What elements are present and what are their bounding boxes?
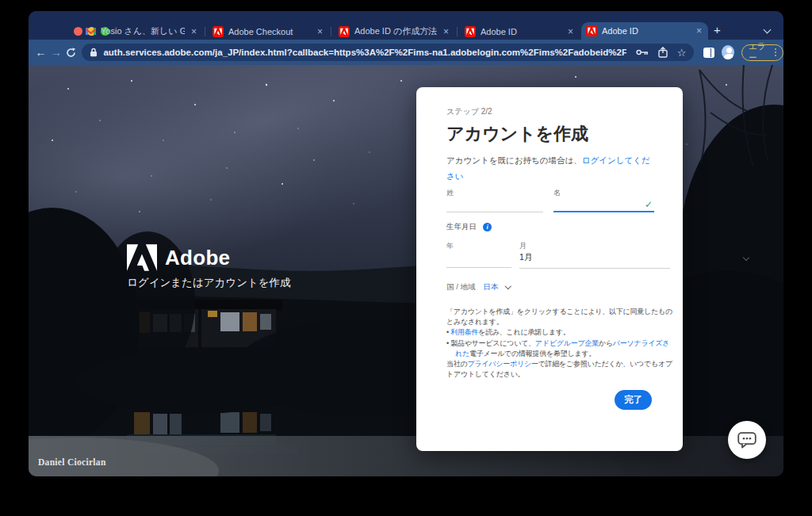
- first-name-underline: [553, 211, 654, 212]
- marketing-text: 電子メールでの情報提供を希望します。: [469, 350, 596, 357]
- kebab-menu-icon: [775, 48, 776, 56]
- adobe-logo-icon: [127, 244, 157, 271]
- close-tab-icon[interactable]: ×: [442, 27, 450, 36]
- page-title: アカウントを作成: [446, 122, 588, 146]
- tab-divider: [331, 27, 331, 36]
- help-chat-button[interactable]: [728, 421, 766, 459]
- side-panel-button[interactable]: [703, 48, 714, 58]
- terms-item: • 利用条件を読み、これに承諾します。: [446, 327, 673, 338]
- tab-divider: [457, 27, 458, 36]
- valid-check-icon: ✓: [645, 199, 653, 210]
- tab-gmail[interactable]: Yosio さん、新しい Google アカ ×: [81, 23, 203, 40]
- tab-label: Adobe ID: [602, 26, 690, 36]
- country-label: 国 / 地域: [446, 282, 475, 292]
- refresh-icon: [66, 48, 76, 58]
- url-path: /ja_JP/index.html?callback=https%3A%2F%2…: [213, 48, 626, 57]
- country-chevron-icon: [505, 283, 511, 289]
- last-name-underline: [446, 212, 543, 212]
- tab-label: Adobe ID の作成方法: [354, 25, 437, 37]
- adobe-favicon: [586, 25, 597, 36]
- marketing-text: 製品やサービスについて、: [450, 339, 535, 347]
- avatar-body: [724, 54, 734, 59]
- bookmark-star-button[interactable]: ☆: [677, 47, 687, 59]
- year-underline: [446, 267, 511, 268]
- login-prompt-text: アカウントを既にお持ちの場合は、: [446, 155, 582, 165]
- info-icon[interactable]: i: [483, 223, 492, 231]
- url-text: auth.services.adobe.com/ja_JP/index.html…: [103, 48, 626, 57]
- tab-divider: [205, 27, 205, 36]
- terms-link[interactable]: 利用条件: [450, 328, 478, 336]
- new-tab-button[interactable]: +: [714, 23, 721, 36]
- refresh-button[interactable]: [63, 48, 79, 58]
- tab-adobe-id-active[interactable]: Adobe ID ×: [581, 22, 708, 40]
- login-prompt: アカウントを既にお持ちの場合は、ログインしてください: [446, 152, 653, 184]
- tab-label: Yosio さん、新しい Google アカ: [101, 25, 185, 37]
- country-value: 日本: [483, 282, 498, 292]
- adobe-favicon: [465, 26, 476, 37]
- bullet-glyph: •: [446, 328, 449, 336]
- browser-window: Yosio さん、新しい Google アカ × Adobe Checkout …: [29, 11, 783, 476]
- dob-label: 生年月日: [446, 222, 477, 232]
- browser-toolbar: ← → auth.services.adobe.com/ja_JP/index.…: [29, 40, 783, 65]
- profile-avatar[interactable]: [722, 45, 734, 59]
- close-tab-icon[interactable]: ×: [695, 26, 703, 36]
- photo-credit: Daniel Ciocirlan: [38, 457, 106, 467]
- month-underline: [519, 268, 670, 269]
- step-indicator: ステップ 2/2: [446, 106, 492, 117]
- marketing-item: • 製品やサービスについて、アドビグループ企業からパーソナライズされた電子メール…: [446, 338, 673, 359]
- dob-label-row: 生年月日 i: [446, 222, 492, 232]
- close-tab-icon[interactable]: ×: [316, 27, 324, 36]
- saved-password-key-button[interactable]: [636, 48, 649, 56]
- privacy-line: 当社のプライバシーポリシーで詳細をご参照いただくか、いつでもオプトアウトしてくだ…: [446, 359, 673, 380]
- signup-card: ステップ 2/2 アカウントを作成 アカウントを既にお持ちの場合は、ログインして…: [416, 87, 683, 451]
- tab-search-chevron-icon[interactable]: [764, 26, 772, 34]
- chat-bubble-icon: [737, 432, 756, 449]
- bullet-glyph: •: [446, 339, 449, 347]
- close-tab-icon[interactable]: ×: [566, 27, 575, 36]
- tab-adobe-checkout[interactable]: Adobe Checkout ×: [208, 23, 329, 40]
- privacy-text: 当社の: [446, 360, 467, 368]
- close-tab-icon[interactable]: ×: [190, 27, 198, 36]
- brand-tagline: ログインまたはアカウントを作成: [127, 276, 291, 290]
- lock-icon: [90, 48, 98, 57]
- gmail-favicon: [86, 27, 96, 36]
- year-field[interactable]: [446, 250, 511, 266]
- privacy-policy-link[interactable]: プライバシーポリシー: [467, 360, 538, 368]
- share-button[interactable]: [658, 47, 668, 58]
- marketing-text: から: [599, 339, 613, 347]
- avatar-head: [726, 48, 732, 53]
- agreement-intro: 「アカウントを作成」をクリックすることにより、以下に同意したものとみなされます。: [446, 307, 673, 327]
- tab-adobe-id-1[interactable]: Adobe ID ×: [460, 23, 580, 40]
- forward-button[interactable]: →: [48, 46, 63, 59]
- adobe-favicon: [339, 26, 350, 37]
- agreement-list: • 利用条件を読み、これに承諾します。 • 製品やサービスについて、アドビグルー…: [446, 327, 673, 359]
- address-bar[interactable]: auth.services.adobe.com/ja_JP/index.html…: [82, 44, 694, 61]
- month-select[interactable]: 1月: [519, 250, 670, 267]
- page-content: Adobe ログインまたはアカウントを作成 Daniel Ciocirlan ス…: [29, 65, 783, 476]
- brand-name: Adobe: [165, 246, 230, 270]
- adobe-group-link[interactable]: アドビグループ企業: [535, 339, 599, 347]
- terms-text: を読み、これに承諾します。: [478, 328, 569, 336]
- last-name-field[interactable]: [446, 197, 543, 211]
- adobe-brand-block: Adobe ログインまたはアカウントを作成: [127, 244, 291, 290]
- url-domain: auth.services.adobe.com: [103, 48, 212, 57]
- first-name-field[interactable]: [553, 197, 653, 211]
- tab-strip: Yosio さん、新しい Google アカ × Adobe Checkout …: [29, 11, 783, 40]
- submit-button[interactable]: 完了: [615, 390, 652, 410]
- tab-label: Adobe Checkout: [228, 27, 311, 36]
- back-button[interactable]: ←: [33, 46, 48, 59]
- month-value: 1月: [519, 252, 532, 263]
- agreement-text: 「アカウントを作成」をクリックすることにより、以下に同意したものとみなされます。…: [446, 307, 673, 380]
- profile-error-menu-button[interactable]: エラー: [741, 44, 783, 61]
- country-select[interactable]: 国 / 地域 日本: [446, 282, 511, 292]
- key-icon: [636, 48, 649, 56]
- error-badge-label: エラー: [749, 41, 770, 63]
- tab-adobe-id-help[interactable]: Adobe ID の作成方法 ×: [334, 23, 455, 40]
- adobe-favicon: [213, 26, 224, 37]
- tab-label: Adobe ID: [481, 27, 561, 36]
- share-icon: [658, 47, 668, 58]
